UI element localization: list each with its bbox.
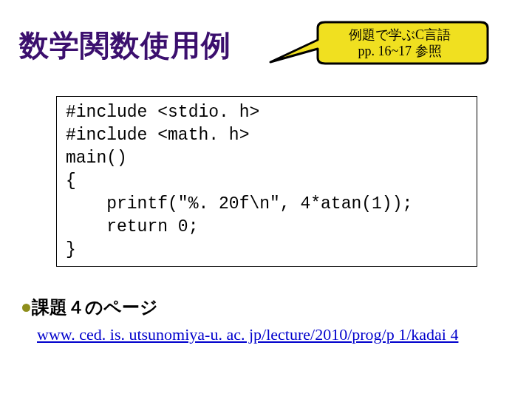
callout-line-1: 例題で学ぶC言語 (349, 27, 451, 44)
code-content: #include <stdio. h> #include <math. h> m… (66, 101, 468, 262)
code-box: #include <stdio. h> #include <math. h> m… (56, 96, 477, 267)
callout-line-2: pp. 16~17 参照 (358, 43, 441, 60)
slide: 数学関数使用例 例題で学ぶC言語 pp. 16~17 参照 #include <… (0, 0, 532, 399)
section-row: 課題４のページ (22, 296, 158, 319)
reference-link[interactable]: www. ced. is. utsunomiya-u. ac. jp/lectu… (37, 325, 458, 344)
callout-box: 例題で学ぶC言語 pp. 16~17 参照 (317, 25, 482, 61)
page-title: 数学関数使用例 (19, 25, 231, 66)
bullet-icon (22, 304, 30, 312)
section-heading: 課題４のページ (32, 296, 158, 319)
